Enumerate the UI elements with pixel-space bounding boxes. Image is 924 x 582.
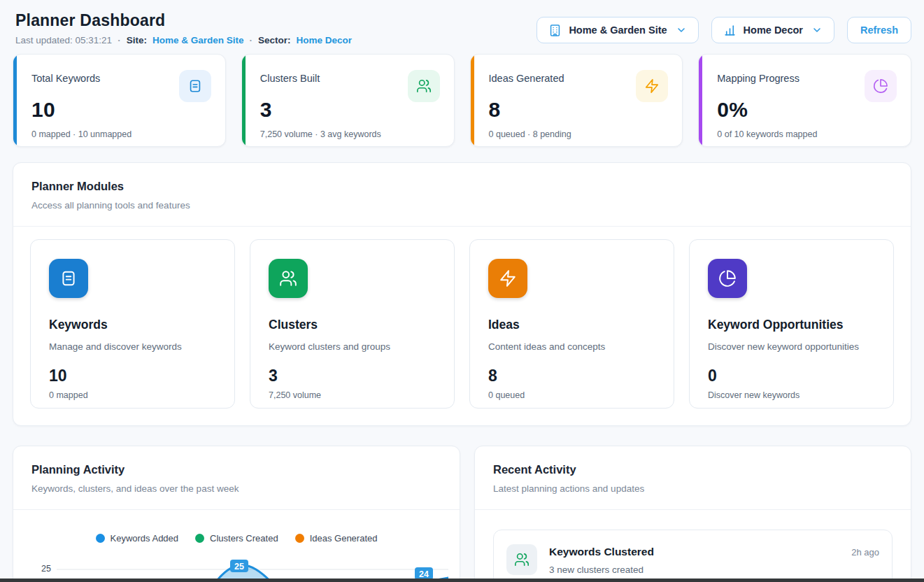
legend-dot-icon xyxy=(195,534,204,543)
accent-stripe xyxy=(471,55,474,146)
dot-separator: · xyxy=(249,35,253,45)
recent-panel-subtitle: Latest planning actions and updates xyxy=(493,483,893,494)
bar-chart-icon xyxy=(723,24,737,37)
legend-label: Keywords Added xyxy=(111,533,179,544)
module-subtext: Discover new keywords xyxy=(708,390,875,400)
users-icon xyxy=(506,544,537,575)
sector-label: Sector: xyxy=(258,35,291,45)
legend-label: Ideas Generated xyxy=(310,533,378,544)
planner-dashboard-page: Planner Dashboard Last updated: 05:31:21… xyxy=(0,0,924,582)
stat-subtext: 0 queued · 8 pending xyxy=(489,129,669,139)
area-chart: 25 25 24 xyxy=(13,544,460,582)
stat-card-clusters-built: Clusters Built 3 7,250 volume · 3 avg ke… xyxy=(241,54,455,147)
module-value: 3 xyxy=(269,367,436,385)
bottom-edge-strip xyxy=(0,579,924,582)
module-title: Keyword Opportunities xyxy=(708,318,875,332)
header-meta: Last updated: 05:31:21 · Site: Home & Ga… xyxy=(15,35,352,45)
pie-chart-icon xyxy=(708,259,747,298)
stat-subtext: 7,250 volume · 3 avg keywords xyxy=(260,129,440,139)
module-value: 0 xyxy=(708,367,875,385)
lightning-icon xyxy=(488,259,527,298)
last-updated-text: Last updated: 05:31:21 xyxy=(15,35,112,45)
page-title: Planner Dashboard xyxy=(15,11,352,30)
planner-modules-panel: Planner Modules Access all planning tool… xyxy=(13,162,911,426)
module-description: Discover new keyword opportunities xyxy=(708,341,875,352)
topbar: Planner Dashboard Last updated: 05:31:21… xyxy=(0,0,924,45)
sector-link[interactable]: Home Decor xyxy=(296,35,352,45)
legend-label: Clusters Created xyxy=(210,533,278,544)
data-point-badge: 25 xyxy=(230,560,248,572)
recent-activity-panel: Recent Activity Latest planning actions … xyxy=(474,446,911,582)
module-subtext: 0 queued xyxy=(488,390,655,400)
file-text-icon xyxy=(49,259,88,298)
module-title: Keywords xyxy=(49,318,216,332)
module-card-keywords[interactable]: Keywords Manage and discover keywords 10… xyxy=(30,239,235,409)
stat-label: Total Keywords xyxy=(31,70,100,84)
legend-dot-icon xyxy=(295,534,304,543)
planning-activity-panel: Planning Activity Keywords, clusters, an… xyxy=(13,446,460,582)
site-link[interactable]: Home & Garden Site xyxy=(152,35,244,45)
activity-item-title: Keywords Clustered xyxy=(549,544,839,558)
activity-item-description: 3 new clusters created xyxy=(549,565,839,575)
module-card-clusters[interactable]: Clusters Keyword clusters and groups 3 7… xyxy=(250,239,455,409)
module-value: 10 xyxy=(49,367,216,385)
legend-item-keywords-added[interactable]: Keywords Added xyxy=(96,533,179,544)
chevron-down-icon xyxy=(811,24,823,36)
sector-selector-dropdown[interactable]: Home Decor xyxy=(711,17,834,43)
accent-stripe xyxy=(13,55,17,146)
users-icon xyxy=(269,259,308,298)
accent-stripe xyxy=(699,55,702,146)
lightning-icon xyxy=(636,70,668,102)
activity-panel-title: Planning Activity xyxy=(31,463,441,476)
legend-item-ideas-generated[interactable]: Ideas Generated xyxy=(295,533,378,544)
stat-label: Mapping Progress xyxy=(717,70,799,84)
recent-panel-title: Recent Activity xyxy=(493,463,893,476)
dot-separator: · xyxy=(118,35,121,45)
module-description: Manage and discover keywords xyxy=(49,341,216,352)
stat-card-ideas-generated: Ideas Generated 8 0 queued · 8 pending xyxy=(470,54,683,147)
module-subtext: 0 mapped xyxy=(49,390,216,400)
users-icon xyxy=(408,70,440,102)
module-card-ideas[interactable]: Ideas Content ideas and concepts 8 0 que… xyxy=(469,239,674,409)
chevron-down-icon xyxy=(676,24,687,36)
chart-legend: Keywords Added Clusters Created Ideas Ge… xyxy=(13,510,460,544)
file-text-icon xyxy=(179,70,211,102)
site-selector-label: Home & Garden Site xyxy=(569,24,667,36)
stat-card-total-keywords: Total Keywords 10 0 mapped · 10 unmapped xyxy=(13,54,226,147)
refresh-button[interactable]: Refresh xyxy=(847,17,911,43)
activity-list-item: Keywords Clustered 3 new clusters create… xyxy=(493,530,893,582)
bottom-row: Planning Activity Keywords, clusters, an… xyxy=(13,446,911,582)
accent-stripe xyxy=(242,55,246,146)
module-description: Keyword clusters and groups xyxy=(269,341,436,352)
activity-panel-subtitle: Keywords, clusters, and ideas over the p… xyxy=(31,483,441,494)
header-controls: Home & Garden Site Home Decor Refresh xyxy=(536,17,911,43)
stat-subtext: 0 mapped · 10 unmapped xyxy=(31,129,211,139)
modules-panel-title: Planner Modules xyxy=(31,180,893,193)
modules-panel-subtitle: Access all planning tools and features xyxy=(31,200,893,211)
keywords-added-area-series: 25 24 xyxy=(57,552,448,582)
sector-selector-label: Home Decor xyxy=(744,24,803,36)
header-left: Planner Dashboard Last updated: 05:31:21… xyxy=(15,11,352,45)
site-selector-dropdown[interactable]: Home & Garden Site xyxy=(536,17,698,43)
legend-item-clusters-created[interactable]: Clusters Created xyxy=(195,533,278,544)
svg-text:25: 25 xyxy=(234,562,244,572)
module-subtext: 7,250 volume xyxy=(269,390,436,400)
module-value: 8 xyxy=(488,367,655,385)
site-label: Site: xyxy=(127,35,147,45)
stat-label: Clusters Built xyxy=(260,70,320,84)
pie-chart-icon xyxy=(865,70,897,102)
y-axis-tick-label: 25 xyxy=(27,564,51,574)
legend-dot-icon xyxy=(96,534,105,543)
stat-label: Ideas Generated xyxy=(489,70,564,84)
module-description: Content ideas and concepts xyxy=(488,341,655,352)
module-title: Ideas xyxy=(488,318,655,332)
divider xyxy=(475,509,911,510)
svg-text:24: 24 xyxy=(419,569,429,579)
activity-item-timestamp: 2h ago xyxy=(851,544,879,558)
stat-card-mapping-progress: Mapping Progress 0% 0 of 10 keywords map… xyxy=(698,54,911,147)
modules-grid: Keywords Manage and discover keywords 10… xyxy=(13,227,911,425)
stat-subtext: 0 of 10 keywords mapped xyxy=(717,129,897,139)
module-card-keyword-opportunities[interactable]: Keyword Opportunities Discover new keywo… xyxy=(689,239,894,409)
building-icon xyxy=(548,24,562,37)
stat-cards-row: Total Keywords 10 0 mapped · 10 unmapped… xyxy=(0,45,924,147)
